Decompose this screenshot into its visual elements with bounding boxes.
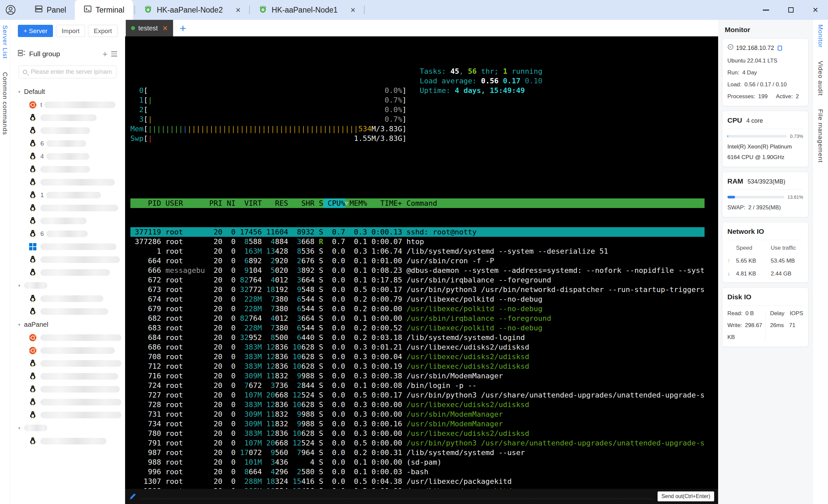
- session-tab-node1[interactable]: HK-aaPanel-Node1 ×: [251, 0, 363, 20]
- process-row[interactable]: 682root2008276440123664S0.00.10:00.00/us…: [130, 314, 705, 323]
- process-row[interactable]: 377286root200858848843668R0.70.10:00.07h…: [130, 237, 705, 246]
- rail-tab-monitor[interactable]: Monitor: [817, 25, 824, 48]
- server-list-item[interactable]: 6: [10, 227, 125, 240]
- server-list-item[interactable]: 6: [10, 137, 125, 150]
- process-row[interactable]: 377119root20017456116048932S0.70.30:00.1…: [130, 227, 705, 237]
- tab-terminal[interactable]: Terminal: [75, 0, 133, 20]
- server-list-item[interactable]: [10, 383, 125, 396]
- process-row[interactable]: 664root200689229202676S0.00.10:01.00/usr…: [130, 256, 705, 266]
- server-list-item[interactable]: [10, 214, 125, 227]
- process-row[interactable]: 666messagebu200910450203892S0.00.10:08.2…: [130, 266, 705, 275]
- terminal-session-tab[interactable]: testest ✕: [126, 20, 173, 36]
- column-header-shr[interactable]: SHR: [288, 198, 315, 208]
- server-list-item[interactable]: [10, 344, 125, 357]
- server-list-item[interactable]: [10, 396, 125, 408]
- process-row[interactable]: 716root200309M118329988S0.00.30:00.38/us…: [130, 371, 705, 381]
- process-row[interactable]: 712root200383M1283610628S0.00.30:00.19/u…: [130, 362, 705, 371]
- server-list-item[interactable]: t: [10, 98, 125, 111]
- sidebar-toolbar: + Server Import Export: [18, 25, 125, 37]
- process-row[interactable]: 724root200767237362844S0.00.10:00.08/bin…: [130, 381, 705, 390]
- column-header-virt[interactable]: VIRT: [236, 198, 262, 208]
- process-row[interactable]: 1root200163M134288536S0.00.31:06.74/lib/…: [130, 246, 705, 256]
- process-row[interactable]: 996root200866442962580S0.00.10:00.03-bas…: [130, 467, 705, 476]
- server-list-item[interactable]: [10, 266, 125, 279]
- rail-common-commands[interactable]: Common commands: [1, 72, 9, 135]
- maximize-icon[interactable]: [788, 7, 794, 12]
- terminal-input[interactable]: [140, 494, 654, 499]
- server-group-header[interactable]: ▾: [10, 279, 125, 292]
- user-account-icon[interactable]: [5, 5, 16, 15]
- copy-icon[interactable]: [778, 46, 782, 51]
- process-row[interactable]: 708root200383M1283610628S0.00.30:00.04/u…: [130, 352, 705, 362]
- terminal-screen[interactable]: 0[0.0%]1[|0.7%]2[0.0%]3[|0.7%]Mem[||||||…: [125, 36, 718, 489]
- process-row[interactable]: 686root200383M1283610628S0.00.30:01.21/u…: [130, 342, 705, 352]
- column-header-res[interactable]: RES: [262, 198, 288, 208]
- server-list-item[interactable]: 4: [10, 150, 125, 163]
- server-list-item[interactable]: [10, 305, 125, 318]
- search-input[interactable]: [30, 68, 112, 76]
- server-group-header[interactable]: ▾: [10, 421, 125, 434]
- server-list-item[interactable]: [10, 176, 125, 188]
- tab-panel[interactable]: Panel: [26, 0, 75, 20]
- rail-tab-video-audit[interactable]: Video audit: [817, 61, 824, 96]
- column-header-cpu[interactable]: CPU%▽: [323, 198, 345, 208]
- process-row[interactable]: 1308root200288M1832415416S0.00.50:00.00/…: [130, 486, 705, 489]
- import-button[interactable]: Import: [56, 25, 85, 37]
- close-tab-icon[interactable]: ×: [236, 6, 241, 14]
- process-row[interactable]: 780root200383M1283610628S0.00.30:00.00/u…: [130, 428, 705, 438]
- server-list-item[interactable]: [10, 292, 125, 305]
- server-list-item[interactable]: [10, 253, 125, 266]
- server-list-item[interactable]: [10, 408, 125, 421]
- process-row[interactable]: 734root200309M118329988S0.00.30:00.16/us…: [130, 419, 705, 428]
- column-header-user[interactable]: USER: [161, 198, 205, 208]
- server-list-item[interactable]: [10, 163, 125, 176]
- column-header-ni[interactable]: NI: [222, 198, 236, 208]
- column-header-time[interactable]: TIME+: [367, 198, 402, 208]
- send-button[interactable]: Send out(Ctrl+Enter): [658, 492, 714, 501]
- column-header-command[interactable]: Command: [402, 198, 705, 208]
- server-group-header[interactable]: ▾Default: [10, 85, 125, 98]
- column-header-s[interactable]: S: [315, 198, 323, 208]
- server-list-item[interactable]: [10, 434, 125, 448]
- server-list-item[interactable]: [10, 357, 125, 370]
- column-header-mem[interactable]: MEM%: [345, 198, 367, 208]
- minimize-icon[interactable]: [763, 10, 769, 11]
- server-list-item[interactable]: [10, 201, 125, 214]
- process-row[interactable]: 1307root200288M1832415416S0.00.50:04.38/…: [130, 476, 705, 486]
- process-row[interactable]: 684root2003295285006440S0.00.20:03.18/li…: [130, 333, 705, 342]
- server-list-item[interactable]: [10, 240, 125, 253]
- close-window-icon[interactable]: ×: [813, 5, 818, 14]
- list-view-icon[interactable]: [111, 51, 117, 56]
- new-terminal-tab-icon[interactable]: +: [180, 22, 186, 34]
- process-row[interactable]: 791root200107M2066812524S0.00.50:00.00/u…: [130, 438, 705, 448]
- edit-pencil-icon[interactable]: [129, 493, 136, 500]
- meter-tick: |: [179, 124, 183, 134]
- process-row[interactable]: 679root200228M73806544S0.00.20:00.00/usr…: [130, 304, 705, 314]
- close-terminal-tab-icon[interactable]: ✕: [163, 25, 168, 32]
- column-header-pid[interactable]: PID: [130, 198, 161, 208]
- session-tab-node2[interactable]: HK-aaPanel-Node2 ×: [136, 0, 248, 20]
- column-header-pri[interactable]: PRI: [205, 198, 222, 208]
- process-row[interactable]: 672root2008276440123664S0.00.10:17.85/us…: [130, 275, 705, 285]
- process-row[interactable]: 674root200228M73806544S0.00.20:00.79/usr…: [130, 294, 705, 304]
- add-server-button[interactable]: + Server: [18, 25, 53, 37]
- close-tab-icon[interactable]: ×: [350, 6, 356, 14]
- process-row[interactable]: 988root200101M34364S0.00.10:00.00(sd-pam…: [130, 457, 705, 467]
- process-row[interactable]: 728root200383M1283610628S0.00.30:00.00/u…: [130, 400, 705, 409]
- server-list-item[interactable]: [10, 370, 125, 383]
- server-list-item[interactable]: [10, 331, 125, 344]
- server-list-item[interactable]: [10, 124, 125, 137]
- rail-tab-file-management[interactable]: File management: [817, 109, 824, 163]
- group-selector[interactable]: Full group: [29, 50, 60, 58]
- rail-server-list[interactable]: Server List: [1, 25, 9, 59]
- server-list-item[interactable]: [10, 111, 125, 124]
- add-group-icon[interactable]: +: [102, 50, 108, 58]
- export-button[interactable]: Export: [88, 25, 118, 37]
- process-row[interactable]: 683root200228M73806544S0.00.20:00.52/usr…: [130, 323, 705, 333]
- process-row[interactable]: 987root2001707295607964S0.00.20:00.31/li…: [130, 448, 705, 457]
- process-row[interactable]: 731root200309M118329988S0.00.30:00.00/us…: [130, 409, 705, 419]
- process-row[interactable]: 727root200107M2066812524S0.00.50:00.17/u…: [130, 390, 705, 400]
- process-row[interactable]: 673root20032772181929548S0.00.50:00.17/u…: [130, 285, 705, 294]
- server-list-item[interactable]: 1: [10, 188, 125, 201]
- server-group-header[interactable]: ▾aaPanel: [10, 318, 125, 331]
